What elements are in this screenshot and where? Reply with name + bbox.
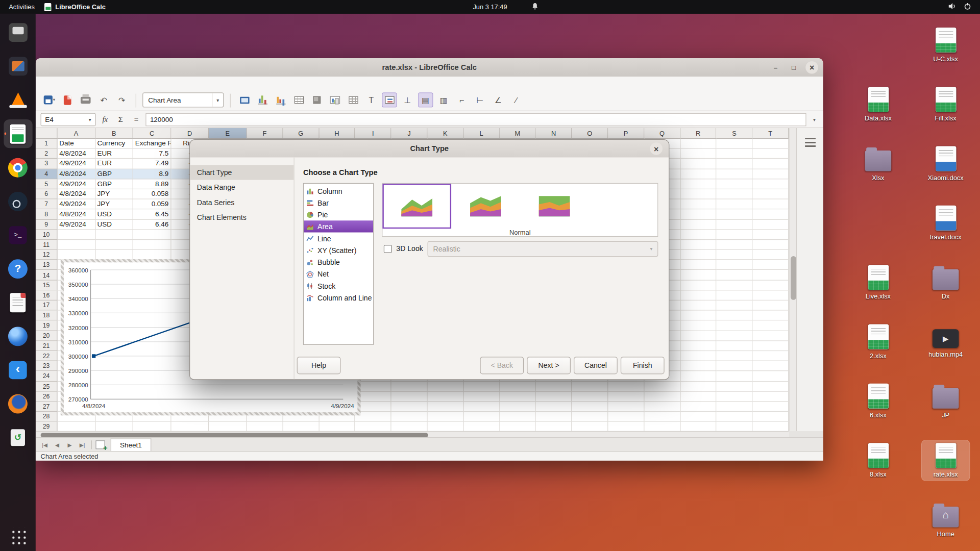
activities-button[interactable]: Activities: [9, 3, 35, 11]
cell-R18[interactable]: [680, 311, 717, 321]
clock-button[interactable]: Jun 3 17:49: [473, 3, 507, 11]
cell-B5[interactable]: GBP: [95, 179, 133, 189]
desktop-icon-Live.xlsx[interactable]: Live.xlsx: [854, 262, 902, 302]
cell-J27[interactable]: [391, 402, 428, 412]
column-header-H[interactable]: H: [319, 128, 355, 139]
row-header-4[interactable]: 4: [36, 169, 58, 179]
cell-S2[interactable]: [717, 149, 753, 159]
next-sheet-icon[interactable]: [64, 441, 75, 447]
cell-T7[interactable]: [752, 199, 789, 210]
cell-T1[interactable]: [752, 139, 789, 149]
cell-S9[interactable]: [717, 219, 753, 230]
expand-formula-bar-icon[interactable]: [810, 116, 820, 122]
export-pdf-icon[interactable]: [60, 92, 75, 107]
column-header-A[interactable]: A: [58, 128, 95, 139]
desktop-icon-2.xlsx[interactable]: 2.xlsx: [854, 322, 902, 362]
dock-item-vlc[interactable]: [4, 86, 32, 114]
cell-K27[interactable]: [427, 402, 463, 412]
previous-sheet-icon[interactable]: [52, 441, 63, 447]
cell-B11[interactable]: [95, 240, 133, 250]
dock-item-files[interactable]: [4, 18, 32, 47]
cell-A4[interactable]: 4/8/2024: [58, 169, 95, 179]
cell-A7[interactable]: 4/9/2024: [58, 199, 95, 210]
cell-S12[interactable]: [717, 250, 753, 260]
cell-B8[interactable]: USD: [95, 210, 133, 220]
cell-M29[interactable]: [500, 422, 536, 431]
cell-T6[interactable]: [752, 189, 789, 199]
cell-C29[interactable]: [133, 422, 171, 431]
cell-S8[interactable]: [717, 210, 753, 220]
vertical-grids-icon[interactable]: ▥: [436, 92, 451, 107]
column-header-L[interactable]: L: [463, 128, 500, 139]
cell-A29[interactable]: [58, 422, 95, 431]
legend-on-off-icon[interactable]: [382, 92, 397, 107]
cell-R3[interactable]: [680, 159, 717, 169]
cell-B9[interactable]: USD: [95, 219, 133, 230]
cell-C7[interactable]: 0.059: [133, 199, 171, 210]
cell-S19[interactable]: [717, 321, 753, 331]
cell-P25[interactable]: [608, 382, 644, 392]
desktop-icon-rate.xlsx[interactable]: rate.xlsx: [922, 440, 969, 480]
cell-A12[interactable]: [58, 250, 95, 260]
dialog-nav-data-range[interactable]: Data Range: [190, 180, 293, 195]
cell-R6[interactable]: [680, 189, 717, 199]
chart-type-item-net[interactable]: Net: [304, 268, 373, 280]
cell-L27[interactable]: [463, 402, 500, 412]
cell-R21[interactable]: [680, 341, 717, 351]
column-header-I[interactable]: I: [355, 128, 391, 139]
cell-T26[interactable]: [752, 391, 789, 402]
dialog-nav-chart-type[interactable]: Chart Type: [190, 165, 293, 180]
dialog-nav-chart-elements[interactable]: Chart Elements: [190, 210, 293, 224]
format-selection-icon[interactable]: [237, 92, 252, 107]
undo-icon[interactable]: ↶: [96, 92, 111, 107]
cell-P27[interactable]: [608, 402, 644, 412]
cell-T24[interactable]: [752, 371, 789, 382]
cell-Q29[interactable]: [644, 422, 680, 431]
column-header-D[interactable]: D: [171, 128, 209, 139]
chart-type-item-column-and-line[interactable]: Column and Line: [304, 292, 373, 304]
cell-R23[interactable]: [680, 361, 717, 371]
cell-O29[interactable]: [572, 422, 608, 431]
cell-R15[interactable]: [680, 280, 717, 290]
cell-S7[interactable]: [717, 199, 753, 210]
cell-C12[interactable]: [133, 250, 171, 260]
dialog-titlebar[interactable]: Chart Type: [190, 140, 669, 157]
row-header-13[interactable]: 13: [36, 260, 58, 270]
cell-S6[interactable]: [717, 189, 753, 199]
column-header-S[interactable]: S: [717, 128, 753, 139]
cell-S11[interactable]: [717, 240, 753, 250]
chart-type-item-xy-scatter-[interactable]: XY (Scatter): [304, 244, 373, 256]
desktop-icon-travel.docx[interactable]: travel.docx: [922, 203, 969, 243]
cell-K29[interactable]: [427, 422, 463, 431]
cell-T29[interactable]: [752, 422, 789, 431]
row-header-17[interactable]: 17: [36, 300, 58, 311]
row-header-18[interactable]: 18: [36, 311, 58, 321]
cell-C8[interactable]: 6.45: [133, 210, 171, 220]
row-header-12[interactable]: 12: [36, 250, 58, 260]
dock-item-libreoffice-calc[interactable]: [4, 119, 32, 148]
dock-item-help[interactable]: [4, 254, 32, 283]
cell-R10[interactable]: [680, 230, 717, 240]
cell-S22[interactable]: [717, 351, 753, 361]
row-header-27[interactable]: 27: [36, 402, 58, 412]
cell-T27[interactable]: [752, 402, 789, 412]
subtype-thumb-percent-stacked[interactable]: [520, 184, 589, 229]
cell-O27[interactable]: [572, 402, 608, 412]
selection-combobox[interactable]: Chart Area: [142, 92, 224, 107]
cell-T13[interactable]: [752, 260, 789, 270]
last-sheet-icon[interactable]: [77, 441, 88, 447]
cell-A2[interactable]: 4/8/2024: [58, 149, 95, 159]
column-header-P[interactable]: P: [608, 128, 644, 139]
cell-S18[interactable]: [717, 311, 753, 321]
equals-button[interactable]: =: [130, 115, 142, 123]
dock-item-image-viewer[interactable]: [4, 52, 32, 81]
dock-item-vscode[interactable]: [4, 356, 32, 384]
cell-R12[interactable]: [680, 250, 717, 260]
cell-Q26[interactable]: [644, 391, 680, 402]
cell-C3[interactable]: 7.49: [133, 159, 171, 169]
cell-B1[interactable]: Currency: [95, 139, 133, 149]
cell-M26[interactable]: [500, 391, 536, 402]
cell-A11[interactable]: [58, 240, 95, 250]
row-header-3[interactable]: 3: [36, 159, 58, 169]
cell-T17[interactable]: [752, 300, 789, 311]
